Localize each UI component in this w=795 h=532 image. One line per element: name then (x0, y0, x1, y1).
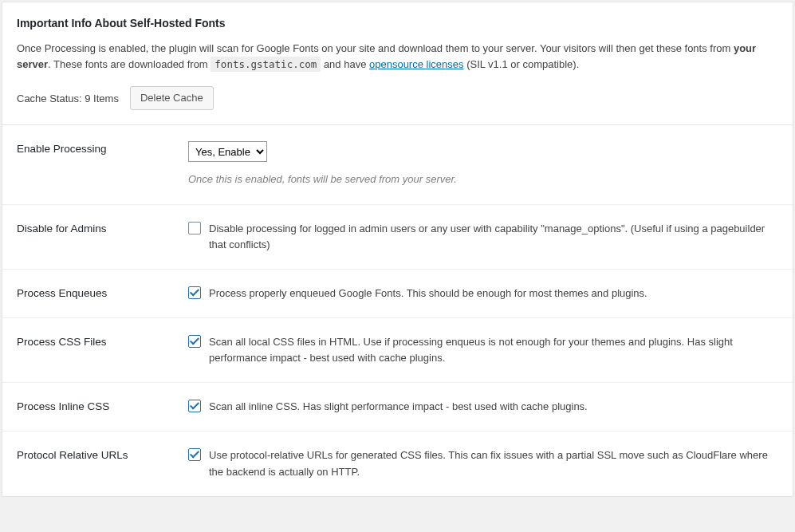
process-inline-css-desc: Scan all inline CSS. Has slight performa… (209, 399, 778, 415)
label-enable-processing: Enable Processing (17, 141, 188, 155)
label-protocol-relative: Protocol Relative URLs (17, 447, 188, 461)
disable-admins-checkbox[interactable] (188, 222, 201, 234)
process-enqueues-checkbox[interactable] (188, 286, 201, 299)
row-process-enqueues: Process Enqueues Process properly enqueu… (2, 270, 793, 318)
protocol-relative-checkbox[interactable] (188, 448, 201, 461)
opensource-licenses-link[interactable]: opensource licenses (369, 58, 464, 70)
info-description: Once Processing is enabled, the plugin w… (17, 41, 778, 72)
enable-processing-helper: Once this is enabled, fonts will be serv… (188, 171, 778, 187)
cache-status: Cache Status: 9 Items (17, 93, 119, 104)
row-process-css-files: Process CSS Files Scan all local CSS fil… (2, 318, 793, 383)
settings-panel: Important Info About Self-Hosted Fonts O… (2, 2, 793, 497)
process-css-files-checkbox[interactable] (188, 335, 201, 348)
process-css-files-desc: Scan all local CSS files in HTML. Use if… (209, 334, 778, 366)
label-process-css-files: Process CSS Files (17, 334, 188, 348)
disable-admins-desc: Disable processing for logged in admin u… (209, 221, 778, 253)
label-process-inline-css: Process Inline CSS (17, 399, 188, 412)
row-protocol-relative: Protocol Relative URLs Use protocol-rela… (2, 432, 793, 495)
delete-cache-button[interactable]: Delete Cache (130, 86, 214, 110)
label-process-enqueues: Process Enqueues (17, 286, 188, 299)
enable-processing-select[interactable]: Yes, Enable (188, 141, 267, 162)
row-enable-processing: Enable Processing Yes, Enable Once this … (2, 125, 793, 204)
info-box: Important Info About Self-Hosted Fonts O… (2, 2, 793, 125)
process-inline-css-checkbox[interactable] (188, 400, 201, 412)
code-domain: fonts.gstatic.com (211, 57, 321, 72)
protocol-relative-desc: Use protocol-relative URLs for generated… (209, 447, 778, 479)
settings-list: Enable Processing Yes, Enable Once this … (2, 125, 793, 495)
row-disable-admins: Disable for Admins Disable processing fo… (2, 205, 793, 270)
info-title: Important Info About Self-Hosted Fonts (17, 17, 778, 30)
process-enqueues-desc: Process properly enqueued Google Fonts. … (209, 286, 778, 301)
label-disable-admins: Disable for Admins (17, 221, 188, 234)
row-process-inline-css: Process Inline CSS Scan all inline CSS. … (2, 383, 793, 432)
